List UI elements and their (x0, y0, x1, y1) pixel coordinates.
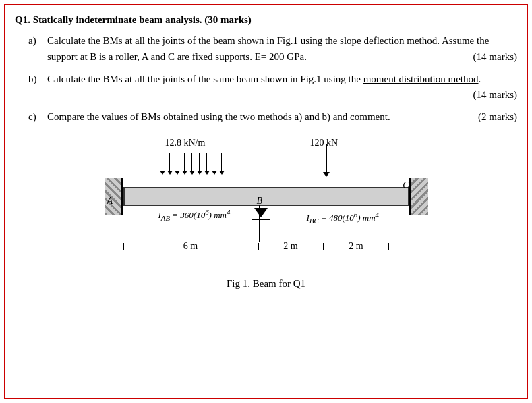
dim-2m-right-tick-r (388, 243, 389, 250)
dim-2m-left-line: 2 m (258, 241, 324, 252)
dim-2m-right-line: 2 m (324, 241, 389, 252)
method2: moment distribution method (363, 74, 479, 84)
part-b-label: b) (28, 72, 47, 87)
dist-arrow-5 (191, 153, 192, 171)
node-c-label: C (403, 180, 409, 191)
part-c-label: c) (28, 109, 47, 125)
dim-2m-left-h (259, 246, 282, 246)
q-total-marks: (30 marks) (204, 14, 252, 25)
node-a-label: A (107, 196, 113, 207)
part-b-text2: . (479, 74, 481, 84)
roller-triangle (254, 208, 268, 217)
dim-6m-line-h2 (201, 246, 257, 246)
question-title: Q1. Statically indeterminate beam analys… (15, 12, 517, 28)
support-c (409, 178, 428, 215)
iab-sub: AB (161, 213, 170, 221)
point-load-arrow (326, 144, 327, 173)
dim-6m-line-h (124, 246, 180, 246)
q-title-text: Statically indeterminate beam analysis. (33, 14, 202, 25)
q-number: Q1. (15, 14, 30, 25)
part-c-marks: (2 marks) (478, 109, 517, 125)
dim-2m-right-h2 (365, 246, 388, 246)
dim-2m-left-h2 (300, 246, 323, 246)
method1: slope deflection method (340, 35, 437, 46)
diagram-area: 12.8 kN/m 120 kN (15, 138, 517, 290)
fig-caption: Fig 1. Beam for Q1 (227, 278, 305, 290)
dist-arrow-9 (221, 153, 222, 171)
iab-label: IAB = 360(106) mm4 (158, 208, 231, 222)
question-block: Q1. Statically indeterminate beam analys… (15, 12, 517, 126)
part-c-content: Compare the values of BMs obtained using… (47, 109, 517, 125)
part-a-label: a) (28, 33, 47, 49)
dist-arrow-3 (177, 153, 177, 171)
part-b-content: Calculate the BMs at all the joints of t… (47, 72, 517, 103)
dist-arrow-2 (169, 153, 170, 171)
dist-arrow-4 (184, 153, 185, 171)
part-a-content: Calculate the BMs at all the joints of t… (47, 33, 517, 65)
beam (123, 187, 409, 206)
support-b (252, 208, 270, 220)
dim-6m-line: 6 m (123, 241, 258, 252)
part-b: b) Calculate the BMs at all the joints o… (28, 72, 517, 103)
dim-6m-text: 6 m (180, 241, 201, 252)
vert-tick-b (259, 205, 260, 242)
dist-arrow-6 (199, 153, 200, 171)
part-b-marks: (14 marks) (473, 87, 517, 103)
point-load-label: 120 kN (310, 138, 338, 149)
part-a: a) Calculate the BMs at all the joints o… (28, 33, 517, 65)
dim-2m-left-text: 2 m (281, 241, 299, 252)
part-c-text1: Compare the values of BMs obtained using… (47, 111, 390, 122)
diagram-container: 12.8 kN/m 120 kN (105, 138, 428, 273)
distributed-load-arrows (162, 153, 222, 171)
dist-arrow-1 (162, 153, 162, 171)
dist-arrow-7 (206, 153, 207, 171)
ibc-label: IBC = 480(106) mm4 (307, 211, 380, 225)
outer-border: Q1. Statically indeterminate beam analys… (4, 4, 528, 399)
dim-2m-right-h (324, 246, 347, 246)
distributed-load-label: 12.8 kN/m (165, 138, 206, 149)
dim-2m-right-text: 2 m (347, 241, 365, 252)
part-a-marks: (14 marks) (473, 49, 517, 65)
node-b-label: B (257, 196, 263, 207)
part-c: c) Compare the values of BMs obtained us… (28, 109, 517, 125)
dist-arrow-8 (214, 153, 214, 171)
roller-line (252, 219, 270, 220)
part-a-text1: Calculate the BMs at all the joints of t… (47, 35, 340, 46)
part-b-text1: Calculate the BMs at all the joints of t… (47, 74, 363, 84)
